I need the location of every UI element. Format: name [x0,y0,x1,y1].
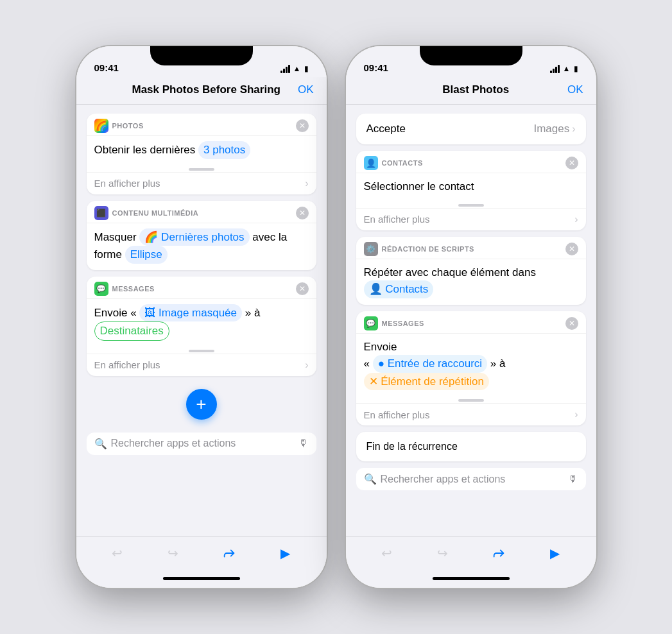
contacts-token[interactable]: 👤 Contacts [364,280,434,298]
status-time-1: 09:41 [94,62,119,73]
messages-card: 💬 MESSAGES ✕ Envoie « 🖼 Image masquée » … [87,277,316,376]
photos-card-body: Obtenir les dernières 3 photos [87,136,316,166]
contacts-footer[interactable]: En afficher plus › [356,208,586,230]
contacts-card-body: Sélectionner le contact [356,173,586,201]
phone-1: 09:41 ▲ ▮ Mask Photos Before Sharing OK … [76,46,327,588]
drag-handle-1 [189,168,214,171]
contacts-label: CONTACTS [382,159,423,167]
scripts-card: ⚙️ RÉDACTION DE SCRIPTS ✕ Répéter avec c… [356,237,586,305]
multimedia-card-body: Masquer 🌈 Dernières photos avec la forme… [87,223,316,270]
accept-chevron: › [572,123,575,135]
messages-card-header: 💬 MESSAGES ✕ [87,277,316,299]
redo-button-1[interactable]: ↪ [160,543,186,563]
chevron-icon-1: › [305,178,308,189]
multimedia-close-btn[interactable]: ✕ [296,207,309,219]
accept-label: Accepte [366,123,406,135]
recipients-token[interactable]: Destinataires [94,321,169,341]
scripts-close-btn[interactable]: ✕ [565,243,578,255]
wifi-icon-1: ▲ [293,64,301,73]
photos-card-header: 🌈 PHOTOS ✕ [87,114,316,136]
messages-footer-2[interactable]: En afficher plus › [356,403,586,425]
photos-token[interactable]: 3 photos [198,141,250,159]
drag-handle-4 [458,399,484,402]
undo-button-1[interactable]: ↩ [104,543,130,563]
battery-icon-2: ▮ [574,64,578,73]
redo-button-2[interactable]: ↪ [430,543,456,563]
multimedia-icon: ⬛ [94,206,108,220]
photos-footer[interactable]: En afficher plus › [87,172,316,194]
search-bar-1[interactable]: 🔍 Rechercher apps et actions 🎙 [87,433,316,455]
share-button-1[interactable] [216,543,242,563]
content-1: 🌈 PHOTOS ✕ Obtenir les dernières 3 photo… [76,105,327,536]
photos-footer-text: En afficher plus [94,178,160,189]
add-btn-container: + [87,382,316,426]
chevron-icon-2: › [305,359,308,371]
chevron-icon-4: › [574,409,578,420]
share-button-2[interactable] [486,543,512,563]
home-bar-1 [163,577,240,580]
chevron-icon-3: › [574,214,578,225]
messages-close-btn-1[interactable]: ✕ [296,282,309,295]
status-icons-2: ▲ ▮ [550,64,578,73]
messages-token-1[interactable]: 🖼 Image masquée [139,304,242,322]
multimedia-token-1[interactable]: 🌈 Dernières photos [139,228,249,246]
ok-button-1[interactable]: OK [298,83,314,96]
contacts-card: 👤 CONTACTS ✕ Sélectionner le contact En … [356,151,586,230]
messages-label-2: MESSAGES [382,320,424,327]
scripts-icon: ⚙️ [364,242,378,256]
messages-card-2: 💬 MESSAGES ✕ Envoie « ● Entrée de raccou… [356,311,586,426]
messages-footer-1[interactable]: En afficher plus › [87,354,316,376]
accept-value: Images [533,123,569,135]
fin-card: Fin de la récurrence [356,432,586,461]
header-title-2: Blast Photos [384,83,567,96]
photos-icon: 🌈 [94,119,108,133]
undo-button-2[interactable]: ↩ [374,543,399,563]
messages-footer-text-1: En afficher plus [94,359,160,370]
photos-close-btn[interactable]: ✕ [296,119,309,132]
ok-button-2[interactable]: OK [567,83,583,96]
multimedia-card: ⬛ CONTENU MULTIMÉDIA ✕ Masquer 🌈 Dernièr… [87,201,316,270]
header-title-1: Mask Photos Before Sharing [115,83,298,96]
fin-text: Fin de la récurrence [366,441,458,452]
search-bar-2[interactable]: 🔍 Rechercher apps et actions 🎙 [356,468,586,490]
status-time-2: 09:41 [364,62,388,73]
accept-card[interactable]: Accepte Images › [356,114,586,144]
search-icon-1: 🔍 [94,438,107,450]
messages-label-1: MESSAGES [112,285,155,293]
play-button-1[interactable]: ▶ [273,543,298,563]
search-icon-2: 🔍 [364,473,377,485]
shortcut-entry-token[interactable]: ● Entrée de raccourci [373,355,487,373]
app-header-2: Blast Photos OK [346,77,596,105]
mic-icon-2[interactable]: 🎙 [568,474,578,485]
status-icons-1: ▲ ▮ [280,64,309,73]
multimedia-card-header: ⬛ CONTENU MULTIMÉDIA ✕ [87,201,316,223]
notch-2 [420,46,522,65]
home-bar-2 [433,577,510,580]
drag-handle-2 [189,350,214,352]
toolbar-1: ↩ ↪ ▶ [76,536,327,569]
add-action-button[interactable]: + [186,389,217,420]
mic-icon-1[interactable]: 🎙 [298,438,309,449]
phone-2: 09:41 ▲ ▮ Blast Photos OK Accepte Images… [346,46,596,588]
messages-icon-1: 💬 [94,282,108,296]
signal-icon-1 [280,65,290,73]
battery-icon-1: ▮ [304,64,309,73]
contacts-icon: 👤 [364,156,378,170]
messages-close-btn-2[interactable]: ✕ [565,317,578,330]
contacts-footer-text: En afficher plus [364,214,430,225]
scripts-card-body: Répéter avec chaque élément dans 👤 Conta… [356,259,586,305]
notch-1 [150,46,253,65]
contacts-close-btn[interactable]: ✕ [565,157,578,169]
scripts-label: RÉDACTION DE SCRIPTS [382,245,474,253]
multimedia-token-2[interactable]: Ellipse [125,246,168,264]
messages-card-header-2: 💬 MESSAGES ✕ [356,311,586,334]
play-button-2[interactable]: ▶ [542,543,568,563]
scripts-card-header: ⚙️ RÉDACTION DE SCRIPTS ✕ [356,237,586,259]
drag-handle-3 [458,204,484,207]
accept-right: Images › [533,123,575,135]
content-2: Accepte Images › 👤 CONTACTS ✕ Sélectionn… [346,105,596,536]
messages-footer-text-2: En afficher plus [364,409,430,420]
photos-card: 🌈 PHOTOS ✕ Obtenir les dernières 3 photo… [87,114,316,194]
search-placeholder-2: Rechercher apps et actions [381,474,564,485]
repeat-element-token[interactable]: ✕ Élément de répétition [364,373,489,391]
